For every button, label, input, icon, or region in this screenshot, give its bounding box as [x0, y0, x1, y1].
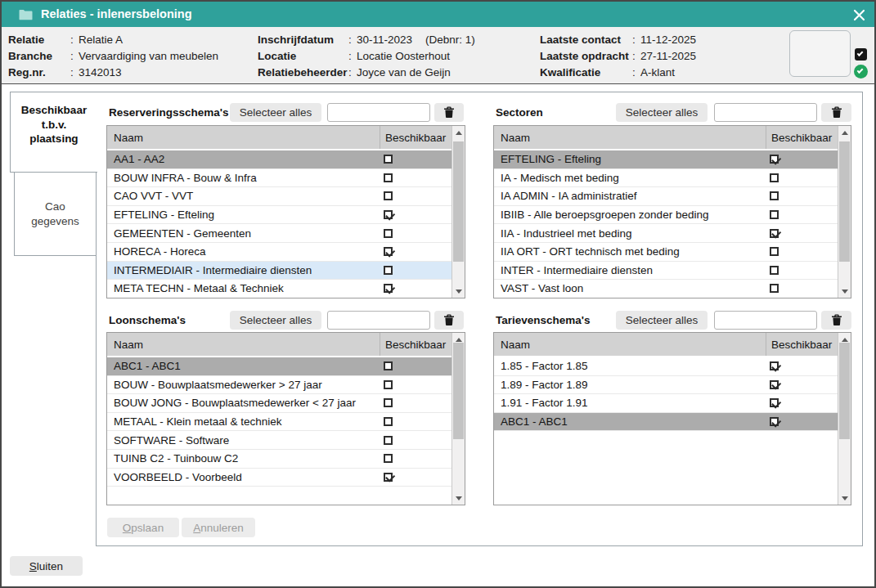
table-row[interactable]: GEMEENTEN - Gemeenten: [107, 224, 451, 243]
search-input[interactable]: [327, 311, 430, 330]
colon: :: [632, 49, 640, 64]
scroll-down-button[interactable]: [452, 285, 465, 298]
checked-status-icon[interactable]: [855, 48, 867, 61]
table-row[interactable]: BOUW JONG - Bouwplaatsmedewerker < 27 ja…: [107, 394, 451, 413]
scroll-down-button[interactable]: [838, 491, 851, 505]
select-all-button[interactable]: Selecteer alles: [230, 103, 321, 122]
beschikbaar-cell: [380, 454, 451, 463]
table-row[interactable]: 1.85 - Factor 1.85: [494, 357, 838, 376]
table-row[interactable]: TUINB C2 - Tuinbouw C2: [107, 450, 451, 469]
vertical-scrollbar[interactable]: [451, 333, 465, 505]
cancel-button[interactable]: Annuleren: [182, 518, 255, 537]
beschikbaar-checkbox[interactable]: [384, 284, 393, 293]
beschikbaar-checkbox[interactable]: [384, 361, 393, 370]
sluiten-button[interactable]: Sluiten: [10, 556, 83, 576]
scrollbar-thumb[interactable]: [839, 343, 850, 439]
scroll-down-button[interactable]: [838, 285, 851, 298]
trash-icon: [443, 106, 455, 119]
vertical-scrollbar[interactable]: [838, 333, 851, 505]
table-row[interactable]: BOUW - Bouwplaatsmedewerker > 27 jaar: [107, 376, 451, 395]
table-row[interactable]: BOUW INFRA - Bouw & Infra: [107, 169, 451, 188]
beschikbaar-checkbox[interactable]: [770, 191, 779, 200]
beschikbaar-checkbox[interactable]: [384, 229, 393, 238]
table-row[interactable]: CAO VVT - VVT: [107, 187, 451, 206]
approved-status-icon[interactable]: [854, 65, 868, 79]
beschikbaar-checkbox[interactable]: [770, 155, 779, 164]
beschikbaar-checkbox[interactable]: [770, 417, 779, 426]
vertical-scrollbar[interactable]: [451, 126, 465, 298]
beschikbaar-checkbox[interactable]: [770, 380, 779, 389]
colon: :: [632, 33, 640, 47]
beschikbaar-checkbox[interactable]: [384, 398, 393, 407]
panel-title: Reserveringsschema's: [109, 103, 229, 122]
vertical-scrollbar[interactable]: [838, 126, 851, 298]
beschikbaar-checkbox[interactable]: [384, 454, 393, 463]
clear-filter-button[interactable]: [434, 311, 464, 330]
beschikbaar-checkbox[interactable]: [384, 191, 393, 200]
beschikbaar-checkbox[interactable]: [770, 247, 779, 256]
beschikbaar-checkbox[interactable]: [770, 229, 779, 238]
table-row[interactable]: EFTELING - Efteling: [494, 150, 838, 169]
beschikbaar-checkbox[interactable]: [384, 436, 393, 445]
clear-filter-button[interactable]: [434, 103, 464, 122]
table-row[interactable]: IA ADMIN - IA administratief: [494, 187, 838, 206]
beschikbaar-checkbox[interactable]: [384, 155, 393, 164]
clear-filter-button[interactable]: [821, 103, 851, 122]
table-row[interactable]: META TECHN - Metaal & Techniek: [107, 280, 451, 298]
table-row[interactable]: IIA - Industrieel met beding: [494, 224, 838, 243]
beschikbaar-checkbox[interactable]: [384, 473, 393, 482]
table-row[interactable]: AA1 - AA2: [107, 150, 451, 169]
beschikbaar-checkbox[interactable]: [770, 361, 779, 370]
scrollbar-thumb[interactable]: [453, 141, 464, 262]
beschikbaar-checkbox[interactable]: [770, 210, 779, 219]
save-button[interactable]: Opslaan: [107, 518, 179, 537]
table-row[interactable]: ABC1 - ABC1: [494, 413, 838, 432]
select-all-button[interactable]: Selecteer alles: [230, 311, 321, 330]
table-row[interactable]: 1.91 - Factor 1.91: [494, 394, 838, 413]
scroll-up-button[interactable]: [452, 126, 465, 139]
table-row[interactable]: IA - Medisch met beding: [494, 169, 838, 188]
row-name: BOUW - Bouwplaatsmedewerker > 27 jaar: [107, 379, 380, 391]
beschikbaar-checkbox[interactable]: [770, 173, 779, 182]
scroll-down-button[interactable]: [452, 491, 465, 505]
beschikbaar-checkbox[interactable]: [770, 398, 779, 407]
table-row[interactable]: VOORBEELD - Voorbeeld: [107, 469, 451, 487]
beschikbaar-checkbox[interactable]: [384, 173, 393, 182]
column-header-beschikbaar: Beschikbaar: [380, 126, 451, 149]
beschikbaar-cell: [380, 266, 451, 275]
table-row[interactable]: 1.89 - Factor 1.89: [494, 376, 838, 395]
clear-filter-button[interactable]: [821, 311, 851, 330]
tab-label: Beschikbaar t.b.v. plaatsing: [16, 103, 92, 172]
scrollbar-thumb[interactable]: [453, 343, 464, 439]
scroll-up-button[interactable]: [838, 126, 851, 139]
search-input[interactable]: [714, 311, 817, 330]
beschikbaar-checkbox[interactable]: [384, 417, 393, 426]
select-all-button[interactable]: Selecteer alles: [616, 103, 708, 122]
table-row[interactable]: INTERMEDIAIR - Intermediaire diensten: [107, 262, 451, 281]
table-row[interactable]: METAAL - Klein metaal & techniek: [107, 413, 451, 432]
select-all-button[interactable]: Selecteer alles: [616, 311, 708, 330]
tab-cao-gegevens[interactable]: Cao gegevens: [14, 173, 96, 256]
scrollbar-thumb[interactable]: [839, 141, 850, 262]
close-button[interactable]: [849, 6, 869, 24]
table-row[interactable]: IIA ORT - ORT technisch met beding: [494, 243, 838, 262]
table-row[interactable]: EFTELING - Efteling: [107, 206, 451, 225]
beschikbaar-checkbox[interactable]: [770, 284, 779, 293]
table-row[interactable]: SOFTWARE - Software: [107, 431, 451, 450]
table-row[interactable]: ABC1 - ABC1: [107, 357, 451, 376]
beschikbaar-checkbox[interactable]: [770, 266, 779, 275]
table-row[interactable]: IBIIB - Alle beroepsgroepen zonder bedin…: [494, 206, 838, 225]
table-row[interactable]: INTER - Intermediaire diensten: [494, 262, 838, 281]
tab-beschikbaar-tbv-plaatsing[interactable]: Beschikbaar t.b.v. plaatsing: [10, 92, 97, 173]
row-name: IIA - Industrieel met beding: [494, 227, 766, 240]
table-row[interactable]: HORECA - Horeca: [107, 243, 451, 262]
beschikbaar-checkbox[interactable]: [384, 247, 393, 256]
search-input[interactable]: [714, 103, 817, 122]
beschikbaar-checkbox[interactable]: [384, 266, 393, 275]
beschikbaar-checkbox[interactable]: [384, 380, 393, 389]
row-name: CAO VVT - VVT: [107, 190, 380, 202]
search-input[interactable]: [327, 103, 430, 122]
table-row[interactable]: VAST - Vast loon: [494, 280, 838, 298]
colon: :: [70, 65, 79, 80]
beschikbaar-checkbox[interactable]: [384, 210, 393, 219]
